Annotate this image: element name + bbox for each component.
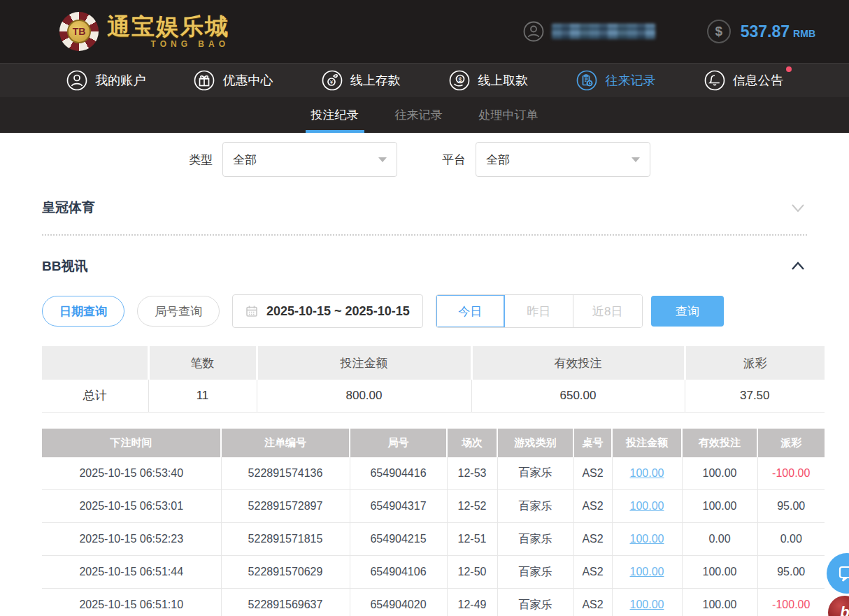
username-blurred bbox=[552, 24, 655, 39]
summary-header-count: 笔数 bbox=[148, 346, 257, 380]
cell-table-no: AS2 bbox=[573, 589, 612, 616]
cell-session: 12-52 bbox=[447, 490, 497, 523]
nav-label: 线上取款 bbox=[478, 72, 528, 89]
cell-valid-bet: 0.00 bbox=[682, 523, 757, 556]
main-nav: 我的账户 优惠中心 ¥ 线上存款 $ bbox=[0, 63, 849, 97]
summary-header-bet-amount: 投注金额 bbox=[257, 346, 471, 380]
brand-subtitle: TONG BAO bbox=[151, 39, 229, 49]
round-query-button[interactable]: 局号查询 bbox=[137, 296, 220, 327]
tab-bet-records[interactable]: 投注纪录 bbox=[308, 97, 362, 133]
user-icon bbox=[66, 69, 88, 92]
cell-game-type: 百家乐 bbox=[497, 457, 573, 490]
cell-round-id: 654904106 bbox=[350, 556, 447, 589]
date-query-button[interactable]: 日期查询 bbox=[42, 296, 124, 327]
bet-amount-link[interactable]: 100.00 bbox=[630, 566, 664, 578]
cell-game-type: 百家乐 bbox=[497, 490, 573, 523]
query-controls: 日期查询 局号查询 2025-10-15 ~ 2025-10-15 今日 昨日 … bbox=[42, 294, 807, 328]
cell-round-id: 654904416 bbox=[350, 457, 447, 490]
nav-item-deposit[interactable]: ¥ 线上存款 bbox=[321, 69, 401, 92]
col-header-game-type: 游戏类别 bbox=[497, 429, 573, 457]
main-content: 类型 全部 平台 全部 皇冠体育 BB视讯 日期查询 局号查询 bbox=[0, 142, 849, 616]
nav-item-announcements[interactable]: 信息公告 bbox=[704, 69, 783, 92]
nav-item-withdraw[interactable]: $ 线上取款 bbox=[448, 69, 528, 92]
cell-session: 12-51 bbox=[447, 523, 497, 556]
col-header-round-id: 局号 bbox=[350, 429, 447, 457]
cell-table-no: AS2 bbox=[573, 490, 612, 523]
cell-bet-amount: 100.00 bbox=[612, 457, 682, 490]
user-chunk[interactable] bbox=[522, 20, 655, 43]
nav-item-promotions[interactable]: 优惠中心 bbox=[193, 69, 273, 92]
cell-table-no: AS2 bbox=[573, 523, 612, 556]
col-header-bet-time: 下注时间 bbox=[42, 429, 221, 457]
tab-transaction-records[interactable]: 往来记录 bbox=[392, 97, 445, 133]
last-8-days-button[interactable]: 近8日 bbox=[573, 295, 642, 327]
summary-total-label: 总计 bbox=[42, 380, 148, 412]
cell-order-id: 522891570629 bbox=[221, 556, 350, 589]
cell-order-id: 522891569637 bbox=[221, 589, 350, 616]
cell-valid-bet: 100.00 bbox=[682, 556, 757, 589]
cell-game-type: 百家乐 bbox=[497, 589, 573, 616]
chevron-down-icon[interactable] bbox=[789, 199, 807, 217]
chevron-up-icon[interactable] bbox=[789, 257, 807, 275]
type-select[interactable]: 全部 bbox=[222, 142, 397, 177]
cell-bet-time: 2025-10-15 06:52:23 bbox=[42, 523, 221, 556]
cell-round-id: 654904317 bbox=[350, 490, 447, 523]
type-select-value: 全部 bbox=[233, 152, 257, 168]
bet-amount-link[interactable]: 100.00 bbox=[630, 467, 664, 479]
bet-table-body: 2025-10-15 06:53:40522891574136654904416… bbox=[42, 457, 825, 616]
dollar-coin-icon: $ bbox=[707, 20, 731, 43]
nav-item-records[interactable]: 往来记录 bbox=[576, 69, 655, 92]
section-divider bbox=[42, 234, 807, 236]
svg-text:¥: ¥ bbox=[329, 79, 334, 85]
search-button[interactable]: 查询 bbox=[651, 296, 724, 327]
cell-table-no: AS2 bbox=[573, 457, 612, 490]
top-header: TB 通宝娱乐城 TONG BAO $ 537.87RMB bbox=[0, 0, 849, 63]
today-button[interactable]: 今日 bbox=[436, 295, 505, 327]
col-header-session: 场次 bbox=[447, 429, 497, 457]
table-row: 2025-10-15 06:51:10522891569637654904020… bbox=[42, 589, 825, 616]
platform-select-value: 全部 bbox=[486, 152, 510, 168]
col-header-valid-bet: 有效投注 bbox=[682, 429, 757, 457]
cell-session: 12-49 bbox=[447, 589, 497, 616]
cell-order-id: 522891574136 bbox=[221, 457, 350, 490]
cell-game-type: 百家乐 bbox=[497, 556, 573, 589]
summary-header-blank bbox=[42, 346, 148, 380]
cell-payout: 0.00 bbox=[757, 523, 825, 556]
col-header-order-id: 注单编号 bbox=[221, 429, 350, 457]
chevron-down-icon bbox=[632, 157, 640, 162]
filter-row: 类型 全部 平台 全部 bbox=[189, 142, 807, 177]
cell-bet-time: 2025-10-15 06:53:01 bbox=[42, 490, 221, 523]
cell-payout: -100.00 bbox=[757, 589, 825, 616]
table-row: 2025-10-15 06:52:23522891571815654904215… bbox=[42, 523, 825, 556]
bet-amount-link[interactable]: 100.00 bbox=[630, 533, 664, 545]
chevron-down-icon bbox=[378, 157, 387, 162]
tab-pending-orders[interactable]: 处理中订单 bbox=[476, 97, 541, 133]
table-row: 2025-10-15 06:51:44522891570629654904106… bbox=[42, 556, 825, 589]
section-crown-sports[interactable]: 皇冠体育 bbox=[42, 192, 807, 223]
date-range-input[interactable]: 2025-10-15 ~ 2025-10-15 bbox=[232, 294, 423, 328]
bet-amount-link[interactable]: 100.00 bbox=[630, 599, 664, 610]
platform-select[interactable]: 全部 bbox=[476, 142, 650, 177]
cell-bet-time: 2025-10-15 06:53:40 bbox=[42, 457, 221, 490]
summary-valid-bet: 650.00 bbox=[471, 380, 685, 412]
yesterday-button[interactable]: 昨日 bbox=[505, 295, 573, 327]
cell-valid-bet: 100.00 bbox=[682, 457, 757, 490]
bet-amount-link[interactable]: 100.00 bbox=[630, 500, 664, 512]
nav-item-my-account[interactable]: 我的账户 bbox=[66, 69, 145, 92]
platform-filter-label: 平台 bbox=[442, 152, 466, 168]
withdraw-icon: $ bbox=[448, 69, 471, 92]
cell-bet-time: 2025-10-15 06:51:44 bbox=[42, 556, 221, 589]
records-icon bbox=[576, 69, 598, 92]
brand-name: 通宝娱乐城 bbox=[107, 15, 229, 38]
calendar-icon bbox=[245, 305, 258, 317]
cell-round-id: 654904215 bbox=[350, 523, 447, 556]
balance: 537.87RMB bbox=[741, 22, 815, 41]
section-title-bb-video: BB视讯 bbox=[42, 257, 87, 275]
cell-payout: 95.00 bbox=[757, 490, 825, 523]
summary-bet-amount: 800.00 bbox=[257, 380, 471, 412]
chat-icon bbox=[840, 567, 849, 578]
gift-icon bbox=[193, 69, 215, 92]
summary-payout: 37.50 bbox=[685, 380, 825, 412]
brand-logo[interactable]: TB 通宝娱乐城 TONG BAO bbox=[59, 12, 229, 51]
section-bb-video[interactable]: BB视讯 bbox=[42, 251, 807, 282]
